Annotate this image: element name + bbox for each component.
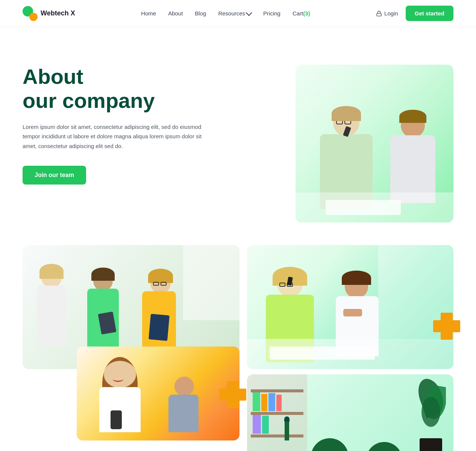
- photos-col-left: [23, 245, 240, 451]
- photo-smiling-girl: [77, 347, 240, 440]
- hero-title: About our company: [23, 65, 218, 113]
- nav-pricing[interactable]: Pricing: [263, 10, 280, 17]
- cart-count: (3): [303, 10, 310, 17]
- logo-icon: [23, 6, 38, 21]
- deco-cross-right: [433, 313, 460, 340]
- svg-rect-0: [377, 13, 381, 16]
- hero-left: About our company Lorem ipsum dolor sit …: [23, 65, 218, 185]
- photo-colleagues-desk: [247, 245, 453, 369]
- photos-col-right: [247, 245, 453, 451]
- nav-blog[interactable]: Blog: [195, 10, 206, 17]
- logo-text: Webtech X: [41, 9, 75, 17]
- photo-office-chairs: [247, 374, 453, 451]
- lock-icon: [376, 11, 382, 17]
- nav-cart[interactable]: Cart(3): [293, 10, 310, 17]
- nav-resources-dropdown[interactable]: Resources: [218, 10, 251, 17]
- navbar: Webtech X Home About Blog Resources Pric…: [0, 0, 476, 27]
- get-started-button[interactable]: Get started: [406, 6, 453, 21]
- nav-right: Login Get started: [376, 6, 453, 21]
- hero-photo: [296, 65, 453, 222]
- deco-cross-left: [219, 381, 246, 408]
- hero-right-image: [296, 65, 453, 222]
- hero-description: Lorem ipsum dolor sit amet, consectetur …: [23, 122, 203, 151]
- logo-circle-yellow: [29, 13, 38, 21]
- logo[interactable]: Webtech X: [23, 6, 75, 21]
- nav-links: Home About Blog Resources Pricing Cart(3…: [141, 10, 310, 17]
- chevron-down-icon: [246, 9, 252, 16]
- nav-about[interactable]: About: [168, 10, 183, 17]
- photos-section: [0, 245, 476, 451]
- join-team-button[interactable]: Join our team: [23, 166, 86, 185]
- nav-home[interactable]: Home: [141, 10, 156, 17]
- hero-section: About our company Lorem ipsum dolor sit …: [0, 27, 476, 245]
- login-button[interactable]: Login: [376, 10, 398, 17]
